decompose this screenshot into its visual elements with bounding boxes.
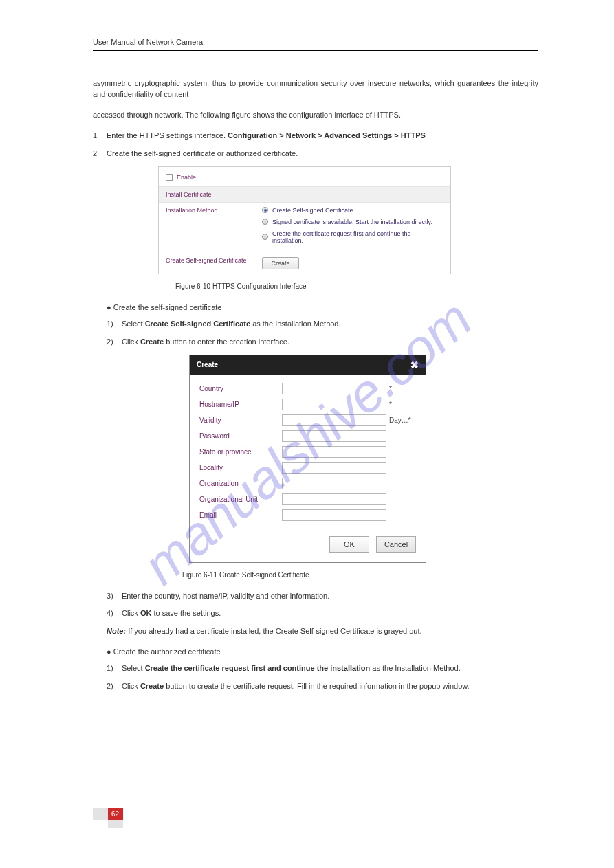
note-label: Note: bbox=[107, 627, 126, 635]
substep-text: Select bbox=[122, 664, 145, 672]
required-star: * bbox=[389, 401, 392, 408]
substep-number: 4) bbox=[107, 608, 122, 619]
substep-text: Click bbox=[122, 337, 140, 346]
substep-number: 3) bbox=[107, 591, 122, 602]
bullet-icon: ● bbox=[107, 647, 111, 656]
step-2: 2. Create the self-signed certificate or… bbox=[93, 148, 538, 159]
ou-input[interactable] bbox=[282, 493, 386, 505]
https-config-panel: Enable Install Certificate Installation … bbox=[158, 166, 451, 274]
radio-self-signed[interactable] bbox=[262, 207, 268, 213]
bullet-create-self-signed: ● Create the self-signed certificate bbox=[107, 302, 538, 313]
bullet-text: Create the authorized certificate bbox=[113, 647, 221, 656]
create-self-signed-label: Create Self-signed Certificate bbox=[166, 257, 262, 264]
required-star: * bbox=[389, 385, 392, 392]
note-text: If you already had a certificate install… bbox=[128, 627, 421, 635]
substep-2: 2) Click Create button to enter the crea… bbox=[107, 337, 538, 348]
substep-text: Enter the country, host name/IP, validit… bbox=[122, 591, 329, 602]
footer-block bbox=[108, 820, 123, 828]
validity-label: Validity bbox=[199, 416, 282, 424]
organization-label: Organization bbox=[199, 480, 282, 487]
step-number: 1. bbox=[93, 131, 107, 142]
bullet-icon: ● bbox=[107, 303, 111, 311]
header-rule bbox=[93, 50, 538, 51]
substep-text: Click bbox=[122, 682, 140, 690]
ok-button[interactable]: OK bbox=[329, 536, 369, 553]
email-label: Email bbox=[199, 511, 282, 519]
radio-label: Signed certificate is available, Start t… bbox=[272, 219, 432, 225]
step-number: 2. bbox=[93, 148, 107, 159]
radio-signed-available[interactable] bbox=[262, 219, 268, 225]
country-label: Country bbox=[199, 385, 282, 392]
locality-label: Locality bbox=[199, 464, 282, 471]
email-input[interactable] bbox=[282, 509, 386, 521]
substep-text: Click bbox=[122, 609, 140, 617]
bullet-create-authorized: ● Create the authorized certificate bbox=[107, 647, 538, 658]
bullet-text: Create the self-signed certificate bbox=[113, 303, 222, 311]
substep-1: 1) Select Create Self-signed Certificate… bbox=[107, 319, 538, 330]
password-input[interactable] bbox=[282, 430, 386, 442]
create-button[interactable]: Create bbox=[262, 257, 299, 269]
substep-number: 1) bbox=[107, 663, 122, 674]
validity-input[interactable] bbox=[282, 414, 386, 426]
radio-label: Create the certificate request first and… bbox=[272, 230, 443, 244]
installation-method-label: Installation Method bbox=[166, 207, 262, 214]
substep-number: 2) bbox=[107, 337, 122, 348]
auth-substep-2: 2) Click Create button to create the cer… bbox=[107, 681, 538, 692]
organization-input[interactable] bbox=[282, 478, 386, 489]
auth-substep-1: 1) Select Create the certificate request… bbox=[107, 663, 538, 674]
substep-3: 3) Enter the country, host name/IP, vali… bbox=[107, 591, 538, 602]
dialog-titlebar: Create ✖ bbox=[190, 355, 426, 375]
enable-checkbox[interactable] bbox=[166, 174, 173, 181]
locality-input[interactable] bbox=[282, 462, 386, 474]
page-number: 62 bbox=[111, 810, 119, 818]
page-footer: 62 bbox=[93, 808, 123, 820]
radio-label: Create Self-signed Certificate bbox=[272, 207, 353, 214]
hostname-label: Hostname/IP bbox=[199, 401, 282, 408]
close-icon[interactable]: ✖ bbox=[410, 360, 419, 370]
substep-4: 4) Click OK to save the settings. bbox=[107, 608, 538, 619]
country-input[interactable] bbox=[282, 383, 386, 394]
hostname-input[interactable] bbox=[282, 399, 386, 410]
footer-block bbox=[93, 808, 108, 820]
step-1: 1. Enter the HTTPS settings interface. C… bbox=[93, 131, 538, 142]
create-dialog: Create ✖ Country * Hostname/IP * Validit… bbox=[189, 355, 426, 563]
substep-text: Select bbox=[122, 320, 145, 328]
state-input[interactable] bbox=[282, 446, 386, 458]
intro-paragraph: accessed through network. The following … bbox=[93, 110, 538, 121]
password-label: Password bbox=[199, 432, 282, 440]
page-header: User Manual of Network Camera bbox=[93, 38, 538, 46]
step-text: Create the self-signed certificate or au… bbox=[107, 148, 298, 159]
ou-label: Organizational Unit bbox=[199, 496, 282, 503]
state-label: State or province bbox=[199, 448, 282, 456]
note: Note: If you already had a certificate i… bbox=[107, 626, 538, 637]
install-certificate-header: Install Certificate bbox=[159, 186, 450, 203]
figure-caption: Figure 6-10 HTTPS Configuration Interfac… bbox=[175, 282, 538, 290]
substep-number: 1) bbox=[107, 319, 122, 330]
radio-cert-request[interactable] bbox=[262, 234, 268, 240]
enable-label: Enable bbox=[177, 174, 196, 181]
substep-number: 2) bbox=[107, 681, 122, 692]
intro-paragraph: asymmetric cryptographic system, thus to… bbox=[93, 78, 538, 100]
dialog-title: Create bbox=[197, 361, 218, 368]
validity-unit: Day…* bbox=[389, 416, 411, 424]
step-text: Enter the HTTPS settings interface. bbox=[107, 131, 226, 140]
step-path: Configuration > Network > Advanced Setti… bbox=[228, 131, 426, 140]
cancel-button[interactable]: Cancel bbox=[376, 536, 416, 553]
figure-caption: Figure 6-11 Create Self-signed Certifica… bbox=[182, 571, 538, 579]
